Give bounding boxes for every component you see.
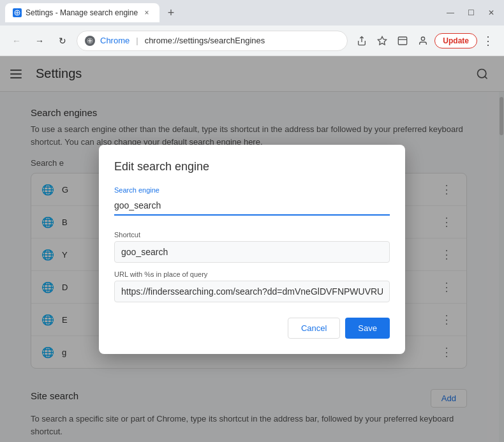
window-controls: — ☐ ✕ (443, 5, 499, 20)
url-separator: | (136, 36, 138, 45)
profile-button[interactable] (414, 32, 432, 50)
tab-close-button[interactable]: × (142, 8, 152, 18)
url-path: chrome://settings/searchEngines (145, 36, 265, 45)
cancel-button[interactable]: Cancel (288, 318, 340, 339)
shortcut-input[interactable] (114, 241, 390, 263)
svg-marker-6 (378, 36, 387, 45)
tab-search-button[interactable] (394, 32, 411, 50)
svg-rect-7 (399, 37, 407, 45)
close-button[interactable]: ✕ (484, 5, 499, 20)
minimize-button[interactable]: — (443, 5, 458, 20)
new-tab-button[interactable]: + (162, 4, 180, 22)
back-button[interactable]: ← (8, 32, 26, 50)
dialog-actions: Cancel Save (114, 318, 390, 339)
search-engine-field-label: Search engine (114, 186, 390, 194)
share-button[interactable] (353, 32, 371, 50)
bookmark-button[interactable] (373, 32, 391, 50)
reload-button[interactable]: ↻ (54, 32, 71, 50)
active-tab[interactable]: Settings - Manage search engine × (5, 3, 159, 22)
title-bar: Settings - Manage search engine × + — ☐ … (0, 0, 504, 26)
forward-button[interactable]: → (31, 32, 48, 50)
update-button[interactable]: Update (434, 33, 477, 48)
tab-favicon (13, 8, 22, 17)
shortcut-field-label: Shortcut (114, 231, 390, 239)
url-input[interactable] (114, 281, 390, 302)
address-bar: ← → ↻ Chrome | chrome://settings/searchE… (0, 26, 504, 56)
browser-menu-button[interactable]: ⋮ (480, 31, 496, 50)
dialog-title: Edit search engine (114, 160, 390, 173)
browser-window: Settings - Manage search engine × + — ☐ … (0, 0, 504, 442)
toolbar-actions: Update ⋮ (353, 31, 496, 50)
site-security-icon (85, 36, 95, 46)
url-field-label: URL with %s in place of query (114, 270, 390, 278)
modal-overlay: ff Edit search engine Search engine Shor… (0, 56, 504, 442)
edit-search-engine-dialog: ff Edit search engine Search engine Shor… (99, 145, 405, 354)
settings-page: Settings Search engines To use a search … (0, 56, 504, 442)
maximize-button[interactable]: ☐ (463, 5, 478, 20)
save-button[interactable]: Save (345, 318, 390, 339)
search-engine-input[interactable] (114, 196, 390, 216)
url-bar[interactable]: Chrome | chrome://settings/searchEngines (77, 31, 348, 51)
url-site-name: Chrome (100, 36, 130, 45)
tab-title: Settings - Manage search engine (26, 8, 138, 17)
